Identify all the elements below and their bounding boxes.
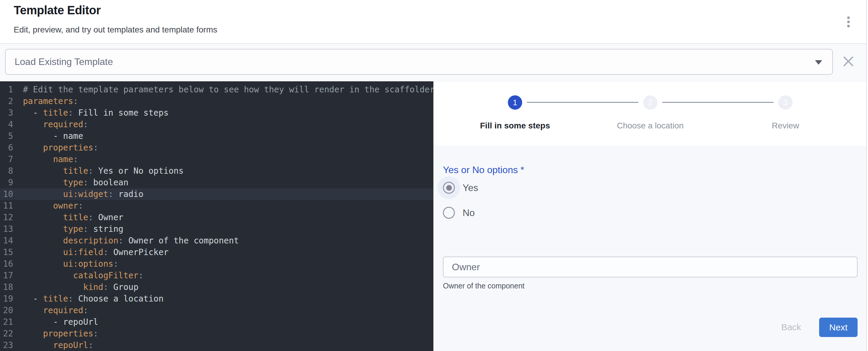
code-line-content: kind: Group: [13, 281, 138, 293]
owner-helper-text: Owner of the component: [443, 282, 525, 290]
code-line: 22 properties:: [0, 328, 433, 340]
line-number: 7: [0, 153, 13, 165]
page-subtitle: Edit, preview, and try out templates and…: [14, 25, 217, 35]
code-line-content: ui:field: OwnerPicker: [13, 246, 168, 258]
code-line: 17 catalogFilter:: [0, 270, 433, 281]
line-number: 4: [0, 119, 13, 130]
code-line: 10 ui:widget: radio: [0, 188, 433, 200]
code-line: 4 required:: [0, 119, 433, 130]
code-line: 19 - title: Choose a location: [0, 293, 433, 304]
code-line-content: title: Owner: [13, 211, 123, 223]
radio-unselected-icon[interactable]: [443, 207, 455, 219]
close-icon: [842, 55, 855, 68]
code-line: 23 repoUrl:: [0, 340, 433, 351]
line-number: 17: [0, 270, 13, 281]
load-template-input[interactable]: [14, 50, 804, 74]
code-line: 6 properties:: [0, 142, 433, 153]
code-line-content: parameters:: [13, 95, 78, 107]
radio-option-label[interactable]: No: [463, 207, 475, 218]
line-number: 3: [0, 107, 13, 119]
line-number: 14: [0, 235, 13, 246]
code-editor[interactable]: 1# Edit the template parameters below to…: [0, 81, 433, 351]
step-2-label: Choose a location: [591, 121, 710, 130]
template-preview-panel: 1Fill in some steps2Choose a location3Re…: [433, 81, 868, 351]
more-options-button[interactable]: [840, 12, 857, 32]
line-number: 22: [0, 328, 13, 340]
line-number: 16: [0, 258, 13, 270]
code-line: 1# Edit the template parameters below to…: [0, 84, 433, 95]
code-line-content: - name: [13, 130, 83, 142]
code-line: 21 - repoUrl: [0, 316, 433, 328]
code-line: 8 title: Yes or No options: [0, 165, 433, 177]
code-line-content: title: Yes or No options: [13, 165, 184, 177]
step-1-label: Fill in some steps: [456, 121, 575, 130]
code-line-content: ui:options:: [13, 258, 118, 270]
load-template-toolbar: [0, 44, 868, 81]
line-number: 6: [0, 142, 13, 153]
radio-halo: [438, 201, 460, 224]
line-number: 20: [0, 304, 13, 316]
back-button[interactable]: Back: [772, 318, 810, 337]
line-number: 13: [0, 223, 13, 235]
page-right-gutter: [867, 0, 868, 351]
code-line: 3 - title: Fill in some steps: [0, 107, 433, 119]
close-template-button[interactable]: [841, 54, 856, 69]
step-3-circle: 3: [778, 95, 793, 110]
load-existing-template-select[interactable]: [5, 49, 833, 75]
code-line-content: - repoUrl: [13, 316, 98, 328]
code-line-content: owner:: [13, 200, 83, 211]
code-line-content: type: string: [13, 223, 123, 235]
code-line: 15 ui:field: OwnerPicker: [0, 246, 433, 258]
code-line-content: name:: [13, 153, 78, 165]
line-number: 9: [0, 177, 13, 188]
code-line-content: catalogFilter:: [13, 270, 144, 281]
line-number: 12: [0, 211, 13, 223]
code-line: 7 name:: [0, 153, 433, 165]
radio-option-no[interactable]: No: [438, 201, 475, 224]
code-line: 13 type: string: [0, 223, 433, 235]
chevron-down-icon: [815, 60, 822, 65]
radio-dot: [446, 185, 452, 191]
code-line-content: required:: [13, 119, 88, 130]
code-line-content: # Edit the template parameters below to …: [13, 84, 433, 95]
page-title: Template Editor: [14, 4, 101, 17]
code-line: 16 ui:options:: [0, 258, 433, 270]
radio-group-label: Yes or No options *: [443, 165, 524, 175]
code-line: 12 title: Owner: [0, 211, 433, 223]
line-number: 15: [0, 246, 13, 258]
code-line-content: repoUrl:: [13, 340, 93, 351]
line-number: 8: [0, 165, 13, 177]
code-line: 9 type: boolean: [0, 177, 433, 188]
step-3-label: Review: [726, 121, 845, 130]
code-line: 14 description: Owner of the component: [0, 235, 433, 246]
line-number: 21: [0, 316, 13, 328]
code-line: 5 - name: [0, 130, 433, 142]
line-number: 11: [0, 200, 13, 211]
step-connector: [662, 102, 774, 103]
code-line-content: properties:: [13, 142, 98, 153]
line-number: 2: [0, 95, 13, 107]
step-2-circle: 2: [643, 95, 657, 110]
code-line-content: type: boolean: [13, 177, 128, 188]
line-number: 18: [0, 281, 13, 293]
radio-option-label[interactable]: Yes: [463, 182, 478, 194]
code-line-content: description: Owner of the component: [13, 235, 239, 246]
code-line-content: - title: Choose a location: [13, 293, 163, 304]
radio-option-yes[interactable]: Yes: [438, 176, 478, 199]
template-editor-page: Template Editor Edit, preview, and try o…: [0, 0, 868, 351]
next-button[interactable]: Next: [819, 318, 858, 337]
kebab-menu-icon: [847, 17, 850, 27]
code-line-content: ui:widget: radio: [13, 188, 144, 200]
step-connector: [527, 102, 638, 103]
code-line-content: properties:: [13, 328, 98, 340]
owner-field[interactable]: [443, 257, 858, 277]
radio-selected-icon[interactable]: [443, 182, 455, 194]
code-line: 20 required:: [0, 304, 433, 316]
line-number: 23: [0, 340, 13, 351]
line-number: 5: [0, 130, 13, 142]
code-line: 2parameters:: [0, 95, 433, 107]
code-line: 18 kind: Group: [0, 281, 433, 293]
code-line-content: - title: Fill in some steps: [13, 107, 168, 119]
code-line: 11 owner:: [0, 200, 433, 211]
radio-halo: [438, 176, 460, 199]
